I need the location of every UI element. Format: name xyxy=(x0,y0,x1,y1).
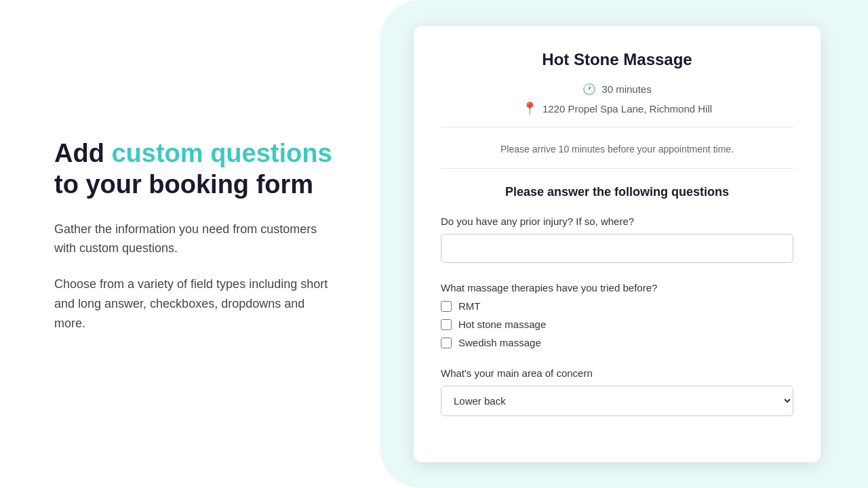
section-divider xyxy=(441,168,793,169)
heading-highlight: custom questions xyxy=(111,139,332,167)
location-icon: 📍 xyxy=(522,101,537,116)
questions-heading: Please answer the following questions xyxy=(441,185,793,199)
question-2-label: What massage therapies have you tried be… xyxy=(441,282,793,293)
service-title: Hot Stone Massage xyxy=(441,50,793,69)
heading-rest: to your booking form xyxy=(54,170,313,199)
checkbox-item-swedish[interactable]: Swedish massage xyxy=(441,337,793,348)
checkbox-item-rmt[interactable]: RMT xyxy=(441,300,793,312)
left-panel: Add custom questions to your booking for… xyxy=(0,0,380,488)
main-concern-select[interactable]: Lower back Upper back Neck Shoulders Leg… xyxy=(441,386,793,416)
question-1-label: Do you have any prior injury? If so, whe… xyxy=(441,216,793,227)
main-heading: Add custom questions to your booking for… xyxy=(54,138,339,200)
checkbox-group: RMT Hot stone massage Swedish massage xyxy=(441,300,793,348)
checkbox-swedish-label: Swedish massage xyxy=(458,337,541,348)
question-group-3: What's your main area of concern Lower b… xyxy=(441,367,793,416)
question-group-2: What massage therapies have you tried be… xyxy=(441,282,793,348)
checkbox-hot-stone[interactable] xyxy=(441,319,452,330)
question-3-label: What's your main area of concern xyxy=(441,367,793,379)
duration-text: 30 minutes xyxy=(601,83,651,95)
address-meta: 📍 1220 Propel Spa Lane, Richmond Hill xyxy=(522,101,712,116)
checkbox-rmt-label: RMT xyxy=(458,300,481,312)
question-group-1: Do you have any prior injury? If so, whe… xyxy=(441,216,793,263)
checkbox-swedish[interactable] xyxy=(441,338,452,348)
booking-card: Hot Stone Massage 🕐 30 minutes 📍 1220 Pr… xyxy=(414,26,821,462)
arrive-note: Please arrive 10 minutes before your app… xyxy=(441,144,793,155)
description-para1: Gather the information you need from cus… xyxy=(54,220,339,259)
header-divider xyxy=(441,127,793,127)
booking-meta: 🕐 30 minutes 📍 1220 Propel Spa Lane, Ric… xyxy=(441,83,793,116)
checkbox-rmt[interactable] xyxy=(441,301,452,312)
checkbox-hot-stone-label: Hot stone massage xyxy=(458,319,546,330)
address-text: 1220 Propel Spa Lane, Richmond Hill xyxy=(542,103,712,115)
checkbox-item-hot-stone[interactable]: Hot stone massage xyxy=(441,319,793,330)
right-panel: Hot Stone Massage 🕐 30 minutes 📍 1220 Pr… xyxy=(380,0,868,488)
description-para2: Choose from a variety of field types inc… xyxy=(54,274,339,333)
question-1-input[interactable] xyxy=(441,234,793,263)
duration-meta: 🕐 30 minutes xyxy=(583,83,651,96)
heading-plain: Add xyxy=(54,139,111,167)
clock-icon: 🕐 xyxy=(583,83,596,96)
